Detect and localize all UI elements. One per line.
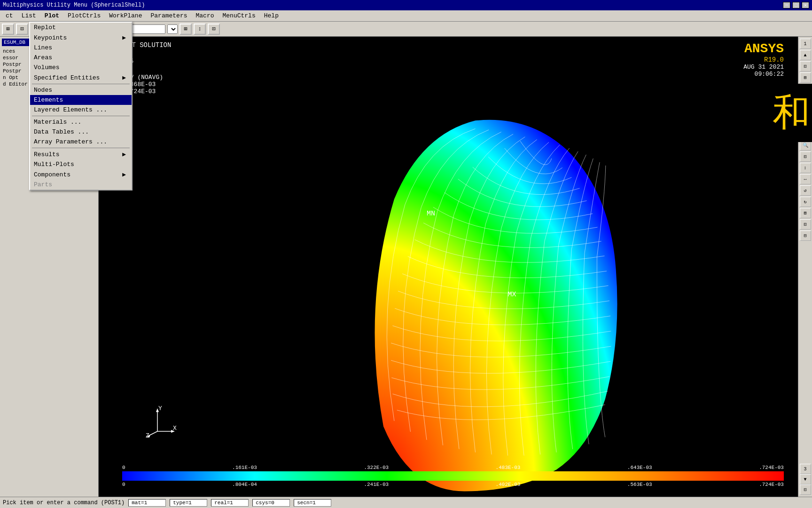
right-btn-r11[interactable]: ↻: [800, 197, 811, 207]
status-type: type=1: [170, 499, 207, 507]
menu-workplane[interactable]: WorkPlane: [105, 11, 146, 20]
menu-data-tables[interactable]: Data Tables ...: [30, 127, 132, 137]
toolbar-icon-1[interactable]: ⊞: [180, 24, 192, 35]
svg-text:MX: MX: [508, 291, 516, 298]
right-btn-top[interactable]: ▲: [800, 50, 811, 60]
title-bar: Multiphysics Utility Menu (SphericalShel…: [0, 0, 812, 10]
menu-plotctrls[interactable]: PlotCtrls: [64, 11, 104, 20]
right-btn-r7[interactable]: ⊡: [800, 151, 811, 162]
plot-dropdown-menu: Replot Keypoints ▶ Lines Areas Volumes S…: [29, 22, 133, 190]
menu-list[interactable]: List: [18, 11, 40, 20]
menu-array-parameters[interactable]: Array Parameters ...: [30, 137, 132, 147]
right-btn-r8[interactable]: ↕: [800, 163, 811, 173]
menu-nodes[interactable]: Nodes: [30, 85, 132, 95]
status-csys: csys=0: [252, 499, 290, 507]
menu-keypoints[interactable]: Keypoints ▶: [30, 32, 132, 43]
menu-volumes[interactable]: Volumes: [30, 63, 132, 72]
close-button[interactable]: ✕: [802, 2, 809, 8]
ansys-logo: ANSYS: [743, 41, 784, 56]
menu-parts: Parts: [30, 180, 132, 190]
ansys-version: R19.0: [743, 56, 784, 64]
menu-bar: ct List Plot PlotCtrls WorkPlane Paramet…: [0, 10, 812, 22]
title-controls: ─ □ ✕: [783, 2, 809, 8]
menu-materials[interactable]: Materials ...: [30, 117, 132, 127]
right-btn-r2[interactable]: ⊞: [800, 72, 811, 83]
menu-parameters[interactable]: Parameters: [147, 11, 191, 20]
status-prompt: Pick item or enter a command (POST1): [3, 500, 125, 506]
toolbar-select[interactable]: [167, 24, 178, 34]
cjk-character: 和: [771, 84, 812, 142]
right-btn-1[interactable]: 1: [800, 39, 811, 49]
separator-2: [32, 116, 130, 116]
minimize-button[interactable]: ─: [783, 2, 790, 8]
status-real: real=1: [211, 499, 249, 507]
menu-menuctrls[interactable]: MenuCtrls: [219, 11, 259, 20]
right-btn-r9[interactable]: ↔: [800, 174, 811, 184]
status-bar: Pick item or enter a command (POST1) mat…: [0, 497, 812, 508]
right-btn-r13[interactable]: ⊡: [800, 219, 811, 230]
menu-replot[interactable]: Replot: [30, 23, 132, 32]
ansys-info: ANSYS R19.0 AUG 31 2021 09:06:22: [743, 41, 784, 78]
menu-results[interactable]: Results ▶: [30, 149, 132, 159]
right-btn-r12[interactable]: ⊞: [800, 208, 811, 218]
separator-1: [32, 84, 130, 84]
separator-3: [32, 148, 130, 148]
toolbar-btn-2[interactable]: ⊡: [16, 24, 28, 35]
menu-lines[interactable]: Lines: [30, 43, 132, 53]
menu-elements[interactable]: Elements: [30, 95, 132, 105]
right-btn-r15[interactable]: ⊡: [800, 484, 811, 495]
title-text: Multiphysics Utility Menu (SphericalShel…: [3, 2, 145, 8]
menu-ct[interactable]: ct: [2, 11, 17, 20]
svg-text:X: X: [173, 425, 177, 432]
right-btn-bot[interactable]: ▼: [800, 474, 811, 484]
color-bar-top-labels: 0 .161E-03 .322E-03 .483E-03 .643E-03 .7…: [122, 465, 784, 470]
toolbar-icon-2[interactable]: ↕: [194, 24, 206, 35]
status-mat: mat=1: [128, 499, 166, 507]
svg-text:MN: MN: [427, 210, 435, 217]
menu-macro[interactable]: Macro: [192, 11, 218, 20]
coordinate-axes: Y X Z: [146, 405, 179, 440]
color-bar-bottom-labels: 0 .804E-04 .241E-03 .402E-03 .563E-03 .7…: [122, 482, 784, 487]
color-bar: [122, 471, 784, 481]
toolbar-btn-1[interactable]: ⊞: [2, 24, 14, 35]
right-btn-r1[interactable]: ⊡: [800, 61, 811, 71]
menu-areas[interactable]: Areas: [30, 53, 132, 63]
color-bar-container: 0 .161E-03 .322E-03 .483E-03 .643E-03 .7…: [122, 465, 784, 487]
menu-components[interactable]: Components ▶: [30, 169, 132, 180]
ansys-date: AUG 31 2021: [743, 64, 784, 71]
menu-layered-elements[interactable]: Layered Elements ...: [30, 105, 132, 115]
svg-text:Y: Y: [158, 405, 162, 412]
menu-plot[interactable]: Plot: [41, 11, 63, 20]
canvas-area: MN MX ANSYS R19.0 AUG 31 2021 09:06:22 E…: [99, 37, 798, 497]
right-btn-r14[interactable]: ⊟: [800, 230, 811, 241]
right-btn-3[interactable]: 3: [800, 464, 811, 474]
maximize-button[interactable]: □: [792, 2, 800, 8]
menu-help[interactable]: Help: [260, 11, 282, 20]
status-secn: secn=1: [294, 499, 331, 507]
menu-specified-entities[interactable]: Specified Entities ▶: [30, 72, 132, 83]
right-btn-r10[interactable]: ↺: [800, 185, 811, 196]
model-svg: MN MX: [99, 37, 798, 497]
menu-multi-plots[interactable]: Multi-Plots: [30, 159, 132, 169]
svg-text:Z: Z: [146, 432, 149, 438]
ansys-time: 09:06:22: [743, 71, 784, 78]
toolbar-icon-3[interactable]: ⊡: [208, 24, 220, 35]
